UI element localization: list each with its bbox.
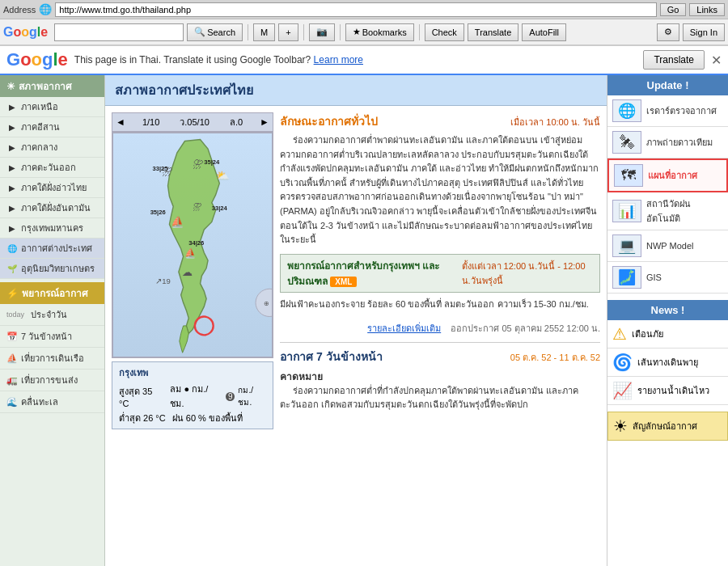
- address-input[interactable]: [55, 2, 656, 17]
- bangkok-temp-high: สูงสุด 35 °C ลม ● กม./ชม. 9 กม./ชม.: [119, 382, 266, 411]
- sidebar-item-south-andaman[interactable]: ▶ ภาคใต้ฝั่งอันดามัน: [0, 198, 104, 218]
- sidebar-item-daily[interactable]: today ประจำวัน: [0, 304, 104, 326]
- xml-link[interactable]: XML: [330, 277, 357, 287]
- warning-label: เตือนภัย: [632, 327, 663, 341]
- svg-text:⛈: ⛈: [193, 158, 203, 171]
- note-text: ร่องความกดอากาศต่ำที่กำลังปกคลุมภาคใต้พา…: [280, 384, 600, 411]
- agro-icon: 🌱: [6, 263, 18, 274]
- warning-icon: ⚠: [612, 324, 627, 344]
- left-sidebar: ☀ สภาพอากาศ ▶ ภาคเหนือ ▶ ภาคอีสาน ▶ ภาคก…: [0, 75, 105, 566]
- wind-num: 9: [226, 392, 235, 401]
- sidebar-item-northeast[interactable]: ▶ ภาคอีสาน: [0, 117, 104, 137]
- arrow-icon4: ▶: [6, 162, 18, 173]
- check-button[interactable]: Check: [425, 23, 464, 41]
- forecast-icon: ⚡: [6, 288, 19, 299]
- signin-button[interactable]: Sign In: [683, 23, 725, 41]
- search-input[interactable]: [54, 23, 184, 41]
- symbol-label: สัญลักษณ์อากาศ: [633, 419, 697, 433]
- camera-button[interactable]: 📷: [309, 23, 335, 41]
- update-header: Update !: [607, 75, 728, 95]
- main-content: สภาพอากาศประเทศไทย ◄ 1/10 ว.05/10 ล.0 ►: [105, 75, 607, 566]
- arrow-icon2: ▶: [6, 121, 18, 133]
- settings-button[interactable]: ⚙: [657, 23, 679, 41]
- right-item-weather-map[interactable]: 🗺 แผนที่อากาศ: [607, 158, 728, 192]
- svg-text:33|25: 33|25: [153, 165, 169, 172]
- globe-icon: 🌐: [6, 243, 18, 254]
- right-item-satellite[interactable]: 🛰 ภาพถ่ายดาวเทียม: [607, 127, 728, 158]
- svg-text:⛵: ⛵: [184, 247, 197, 259]
- sidebar-item-marine[interactable]: ⛵ เที่ยวการเดินเรือ: [0, 348, 104, 370]
- learn-more-link[interactable]: Learn more: [314, 54, 363, 65]
- sidebar-item-north[interactable]: ▶ ภาคเหนือ: [0, 97, 104, 117]
- right-item-typhoon[interactable]: 🌀 เส้นทางเดินพายุ: [607, 348, 728, 377]
- sidebar-item-agro[interactable]: 🌱 อุตุนิยมวิทยาเกษตร: [0, 259, 104, 279]
- go-button[interactable]: Go: [660, 3, 687, 16]
- right-item-radar[interactable]: 🌐 เรดาร์ตรวจอากาศ: [607, 95, 728, 127]
- weather-map-label: แผนที่อากาศ: [648, 168, 697, 183]
- svg-text:↗19: ↗19: [155, 277, 171, 285]
- links-button[interactable]: Links: [689, 3, 725, 16]
- nwp-label: NWP Model: [646, 241, 693, 251]
- right-item-symbol[interactable]: ☀ สัญลักษณ์อากาศ: [607, 412, 728, 441]
- translate-button[interactable]: Translate: [643, 50, 705, 70]
- bangkok-info-box: กรุงเทพ สูงสุด 35 °C ลม ● กม./ชม. 9 กม./…: [112, 361, 273, 429]
- translate-message: This page is in Thai. Translate it using…: [74, 54, 644, 65]
- map-navigation: ◄ 1/10 ว.05/10 ล.0 ►: [112, 112, 273, 132]
- right-item-rain-gauge[interactable]: 📊 สถานีวัดฝนอัตโนมัติ: [607, 192, 728, 230]
- sidebar-item-central[interactable]: ▶ ภาคกลาง: [0, 137, 104, 158]
- sun-icon: ☀: [6, 81, 15, 92]
- weather-map-section: ◄ 1/10 ว.05/10 ล.0 ►: [112, 112, 273, 429]
- bookmarks-button[interactable]: ★ Bookmarks: [345, 23, 414, 41]
- low-temp-label: ต่ำสุด 26 °C: [119, 411, 166, 425]
- weather-time: เมื่อเวลา 10:00 น. วันนี้: [510, 115, 600, 129]
- arrow-icon5: ▶: [6, 182, 18, 193]
- right-item-nwp[interactable]: 💻 NWP Model: [607, 230, 728, 262]
- translate-toolbar-button[interactable]: Translate: [468, 23, 518, 41]
- sidebar-item-transport[interactable]: 🚛 เที่ยวการขนส่ง: [0, 370, 104, 391]
- page-title: สภาพอากาศประเทศไทย: [115, 83, 253, 97]
- star-icon: ★: [353, 27, 361, 37]
- svg-text:☁: ☁: [182, 266, 193, 278]
- flood-label: รายงานน้ำเดินไหว: [637, 383, 709, 398]
- right-item-warning[interactable]: ⚠ เตือนภัย: [607, 320, 728, 348]
- svg-point-13: [195, 317, 214, 336]
- sidebar-item-international[interactable]: 🌐 อากาศต่างประเทศ: [0, 239, 104, 259]
- arrow-icon7: ▶: [6, 222, 18, 234]
- mail-button[interactable]: M: [253, 23, 275, 41]
- right-item-flood[interactable]: 📈 รายงานน้ำเดินไหว: [607, 377, 728, 405]
- section-7day: อากาศ 7 วันข้างหน้า 05 ต.ค. 52 - 11 ต.ค.…: [280, 342, 600, 411]
- today-label: today: [6, 310, 24, 319]
- map-prev-button[interactable]: ◄: [116, 116, 125, 128]
- 7day-note: คาดหมาย ร่องความกดอากาศต่ำที่กำลังปกคลุม…: [280, 369, 600, 411]
- right-item-gis[interactable]: 🗾 GIS: [607, 262, 728, 294]
- translate-bar: Google This page is in Thai. Translate i…: [0, 46, 728, 75]
- sidebar-item-south-gulf[interactable]: ▶ ภาคใต้ฝั่งอ่าวไทย: [0, 178, 104, 198]
- rain-info: มีฝนฟ้าคะนองกระจาย ร้อยละ 60 ของพื้นที่ …: [280, 298, 600, 312]
- 7day-title: อากาศ 7 วันข้างหน้า: [280, 348, 383, 365]
- search-icon: 🔍: [194, 27, 205, 37]
- wave-icon: 🌊: [6, 397, 18, 408]
- gis-icon: 🗾: [612, 266, 641, 289]
- sidebar-item-east[interactable]: ▶ ภาคตะวันออก: [0, 158, 104, 178]
- close-translate-icon[interactable]: ✕: [711, 53, 722, 68]
- toolbar-separator4: [419, 24, 420, 40]
- weather-general: ลักษณะอากาศทั่วไป เมื่อเวลา 10:00 น. วัน…: [280, 112, 600, 247]
- search-button[interactable]: 🔍 Search: [187, 23, 243, 41]
- more-detail-link[interactable]: รายละเอียดเพิ่มเติม: [367, 323, 441, 333]
- weather-description: ร่องความกดอากาศต่ำพาดผ่านทะเลอันดามัน แล…: [280, 133, 600, 247]
- svg-text:⛵: ⛵: [171, 215, 184, 229]
- sidebar-item-bangkok[interactable]: ▶ กรุงเทพมหานคร: [0, 218, 104, 239]
- radar-icon: 🌐: [612, 99, 641, 122]
- autofill-button[interactable]: AutoFill: [522, 23, 566, 41]
- rain-gauge-icon: 📊: [612, 200, 641, 222]
- sidebar-item-wave[interactable]: 🌊 คลื่นทะเล: [0, 391, 104, 413]
- svg-text:33|24: 33|24: [212, 205, 228, 212]
- plus-button[interactable]: +: [278, 23, 298, 41]
- forecast-time: ตั้งแต่เวลา 12:00 น.วันนี้ - 12:00 น.วัน…: [462, 259, 593, 288]
- satellite-icon: 🛰: [612, 131, 641, 154]
- rain-gauge-label: สถานีวัดฝนอัตโนมัติ: [646, 196, 723, 226]
- map-next-button[interactable]: ►: [260, 116, 269, 128]
- calendar-icon: 📅: [6, 332, 18, 342]
- main-wrapper: ☀ สภาพอากาศ ▶ ภาคเหนือ ▶ ภาคอีสาน ▶ ภาคก…: [0, 75, 728, 566]
- sidebar-item-7day[interactable]: 📅 7 วันข้างหน้า: [0, 326, 104, 348]
